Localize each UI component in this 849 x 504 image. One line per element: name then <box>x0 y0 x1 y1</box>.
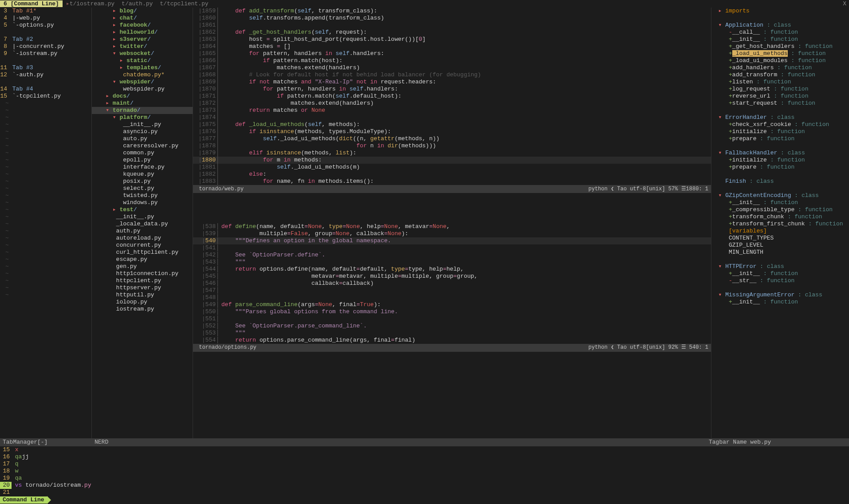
code-line[interactable]: |1875 def _load_ui_methods(self, methods… <box>193 121 711 128</box>
nerd-item[interactable]: concurrent.py <box>92 242 193 249</box>
nerd-item[interactable]: httputil.py <box>92 291 193 299</box>
tag-item[interactable]: [variables] <box>711 228 849 235</box>
nerd-item[interactable]: common.py <box>92 150 193 157</box>
nerd-item[interactable]: ▸ maint/ <box>92 100 193 107</box>
nerd-item[interactable]: http1connection.py <box>92 270 193 277</box>
tag-item[interactable]: -__str__ : function <box>711 277 849 284</box>
nerd-item[interactable]: select.py <box>92 185 193 192</box>
tag-item[interactable]: MIN_LENGTH <box>711 249 849 256</box>
tag-item[interactable]: +check_xsrf_cookie : function <box>711 121 849 128</box>
nerd-item[interactable]: posix.py <box>92 178 193 185</box>
nerd-item[interactable]: ▸ helloworld/ <box>92 29 193 36</box>
tag-item[interactable]: ▾ ErrorHandler : class <box>711 114 849 121</box>
code-line[interactable]: |1867 matches.extend(handlers) <box>193 64 711 71</box>
code-line[interactable]: |1872 matches.extend(handlers) <box>193 100 711 107</box>
code-line[interactable]: |1864 matches = [] <box>193 43 711 50</box>
tag-item[interactable]: CONTENT_TYPES <box>711 235 849 242</box>
nerd-item[interactable]: ▾ websocket/ <box>92 50 193 57</box>
nerdtree-panel[interactable]: ▸ blog/ ▸ chat/ ▸ facebook/ ▸ helloworld… <box>92 8 193 438</box>
tag-item[interactable]: +_compressible_type : function <box>711 206 849 213</box>
nerd-item[interactable]: twisted.py <box>92 192 193 199</box>
code-line[interactable]: |1860 self.transforms.append(transform_c… <box>193 15 711 22</box>
code-line[interactable]: |554 return options.parse_command_line(a… <box>193 337 711 344</box>
tag-item[interactable]: ▾ HTTPError : class <box>711 263 849 270</box>
close-icon[interactable]: X <box>843 0 849 8</box>
tag-item[interactable] <box>711 171 849 178</box>
code-line[interactable]: |549 def parse_command_line(args=None, f… <box>193 301 711 308</box>
cmd-line[interactable]: 21 <box>0 489 849 496</box>
nerd-item[interactable]: ▸ chat/ <box>92 15 193 22</box>
nerd-item[interactable]: ▸ static/ <box>92 57 193 64</box>
tabmgr-line[interactable]: 4 |-web.py <box>0 15 91 22</box>
tag-item[interactable]: +_load_ui_methods : function <box>711 50 849 57</box>
nerd-item[interactable]: asyncio.py <box>92 128 193 135</box>
nerd-item[interactable]: ▸ blog/ <box>92 8 193 15</box>
code-line[interactable]: |553 """ <box>193 330 711 337</box>
code-line[interactable]: |540 """Defines an option in the global … <box>193 237 711 244</box>
tabmgr-line[interactable]: 8 |-concurrent.py <box>0 43 91 50</box>
tag-item[interactable]: +__init__ : function <box>711 299 849 306</box>
tag-item[interactable]: GZIP_LEVEL <box>711 242 849 249</box>
code-line[interactable]: |1862 def _get_host_handlers(self, reque… <box>193 29 711 36</box>
nerd-item[interactable]: ▸ s3server/ <box>92 36 193 43</box>
code-line[interactable]: |543 """ <box>193 259 711 266</box>
code-line[interactable]: |1880 for m in methods: <box>193 157 711 164</box>
tag-item[interactable]: +reverse_url : function <box>711 93 849 100</box>
code-line[interactable]: |547 <box>193 287 711 294</box>
tabmgr-line[interactable]: 14 Tab #4 <box>0 86 91 93</box>
tag-item[interactable]: ▸ imports <box>711 8 849 15</box>
tag-item[interactable]: +__init__ : function <box>711 199 849 206</box>
nerd-item[interactable]: ▾ platform/ <box>92 114 193 121</box>
tag-item[interactable]: +log_request : function <box>711 86 849 93</box>
code-line[interactable]: |1871 if pattern.match(self.default_host… <box>193 93 711 100</box>
tag-item[interactable]: +initialize : function <box>711 157 849 164</box>
nerd-item[interactable]: autoreload.py <box>92 235 193 242</box>
code-line[interactable]: |1877 self._load_ui_methods(dict((n, get… <box>193 135 711 142</box>
top-tab-cmdline[interactable]: 6 [Command Line] <box>0 0 63 8</box>
tabmgr-line[interactable]: 9 `-iostream.py <box>0 50 91 57</box>
nerd-item[interactable]: webspider.py <box>92 86 193 93</box>
top-tab-tcp[interactable]: t/tcpclient.py <box>156 0 212 8</box>
cmd-line[interactable]: 17 q <box>0 461 849 468</box>
code-line[interactable]: |1882 else: <box>193 171 711 178</box>
tag-item[interactable]: ▾ MissingArgumentError : class <box>711 291 849 299</box>
nerd-item[interactable]: caresresolver.py <box>92 142 193 150</box>
tag-item[interactable] <box>711 185 849 192</box>
code-line[interactable]: |542 See `OptionParser.define`. <box>193 252 711 259</box>
code-bottom-pane[interactable]: |538 def define(name, default=None, type… <box>193 223 711 439</box>
top-tab-iostream[interactable]: ▸t/iostream.py <box>63 0 118 8</box>
nerd-item[interactable]: ▾ tornado/ <box>92 107 193 114</box>
code-line[interactable]: |1879 elif isinstance(methods, list): <box>193 150 711 157</box>
tabmgr-line[interactable] <box>0 79 91 86</box>
nerd-item[interactable]: ioloop.py <box>92 299 193 306</box>
nerd-item[interactable]: ▸ twitter/ <box>92 43 193 50</box>
tabmanager-panel[interactable]: 3 Tab #1*4 |-web.py5 `-options.py 7 Tab … <box>0 8 92 438</box>
tabmgr-line[interactable]: 3 Tab #1* <box>0 8 91 15</box>
code-line[interactable]: |538 def define(name, default=None, type… <box>193 223 711 230</box>
nerd-item[interactable]: auto.py <box>92 135 193 142</box>
tag-item[interactable]: +initialize : function <box>711 128 849 135</box>
nerd-item[interactable]: kqueue.py <box>92 171 193 178</box>
nerd-item[interactable]: __init__.py <box>92 213 193 220</box>
code-line[interactable]: |1868 # Look for default host if not beh… <box>193 71 711 79</box>
tabmgr-line[interactable]: 11 Tab #3 <box>0 64 91 71</box>
code-line[interactable]: |552 See `OptionParser.parse_command_lin… <box>193 323 711 330</box>
tabmgr-line[interactable] <box>0 57 91 64</box>
code-line[interactable]: |1859 def add_transform(self, transform_… <box>193 8 711 15</box>
nerd-item[interactable]: ▸ docs/ <box>92 93 193 100</box>
tabmgr-line[interactable]: 12 `-auth.py <box>0 71 91 79</box>
code-line[interactable]: |1873 return matches or None <box>193 107 711 114</box>
code-line[interactable]: |1861 <box>193 22 711 29</box>
nerd-item[interactable]: epoll.py <box>92 157 193 164</box>
code-line[interactable]: |550 """Parses global options from the c… <box>193 308 711 315</box>
code-line[interactable]: |551 <box>193 315 711 323</box>
cmd-line[interactable]: 20 vs tornado/iostream.py <box>0 482 849 489</box>
nerd-item[interactable]: ▸ facebook/ <box>92 22 193 29</box>
nerd-item[interactable]: _locale_data.py <box>92 220 193 228</box>
code-line[interactable]: |541 <box>193 244 711 252</box>
tag-item[interactable]: ▾ Application : class <box>711 22 849 29</box>
code-line[interactable]: |1876 if isinstance(methods, types.Modul… <box>193 128 711 135</box>
nerd-item[interactable]: ▸ test/ <box>92 206 193 213</box>
tag-item[interactable]: ▾ FallbackHandler : class <box>711 150 849 157</box>
code-line[interactable]: |546 callback=callback) <box>193 280 711 287</box>
